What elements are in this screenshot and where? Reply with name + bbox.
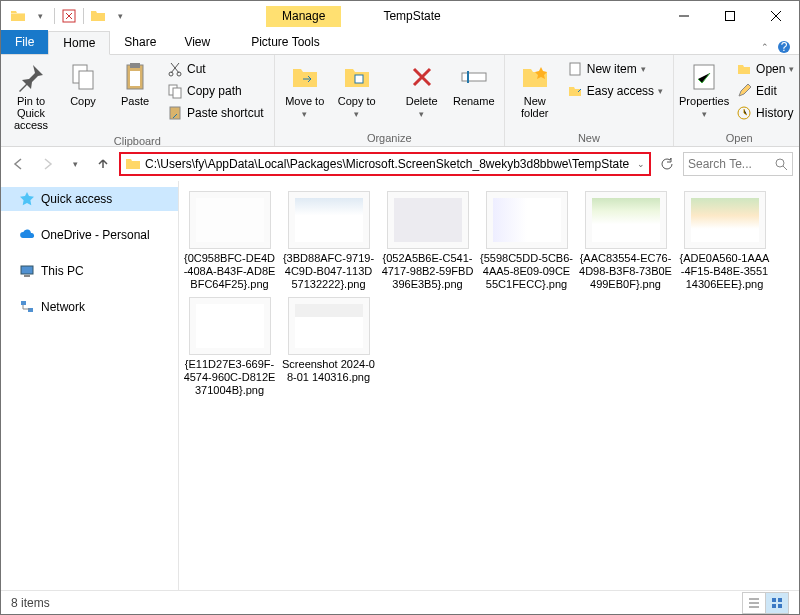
file-thumbnail: [486, 191, 568, 249]
help-icon[interactable]: ?: [777, 40, 791, 54]
open-label: Open: [756, 62, 785, 76]
share-tab[interactable]: Share: [110, 30, 170, 54]
sidebar-item-network[interactable]: Network: [1, 295, 178, 319]
file-name: {0C958BFC-DE4D-408A-B43F-AD8EBFC64F25}.p…: [183, 252, 276, 291]
file-item[interactable]: {3BD88AFC-9719-4C9D-B047-113D57132222}.p…: [282, 191, 375, 291]
svg-rect-7: [130, 63, 140, 68]
ribbon-group-organize: Move to▾ Copy to▾ Delete▾ Rename Organiz…: [275, 55, 505, 146]
sidebar-item-onedrive[interactable]: OneDrive - Personal: [1, 223, 178, 247]
group-label-new: New: [511, 130, 667, 144]
copy-to-label: Copy to: [338, 95, 376, 107]
properties-qat-icon[interactable]: [58, 5, 80, 27]
file-item[interactable]: {ADE0A560-1AAA-4F15-B48E-355114306EEE}.p…: [678, 191, 771, 291]
address-bar[interactable]: C:\Users\fy\AppData\Local\Packages\Micro…: [119, 152, 651, 176]
network-icon: [19, 299, 35, 315]
file-item[interactable]: {0C958BFC-DE4D-408A-B43F-AD8EBFC64F25}.p…: [183, 191, 276, 291]
cloud-icon: [19, 227, 35, 243]
star-icon: [19, 191, 35, 207]
close-button[interactable]: [753, 1, 799, 31]
details-view-button[interactable]: [742, 592, 766, 614]
file-item[interactable]: {5598C5DD-5CB6-4AA5-8E09-09CE55C1FECC}.p…: [480, 191, 573, 291]
svg-rect-36: [772, 598, 776, 602]
window-controls: [661, 1, 799, 31]
ribbon-group-new: New folder New item▾ Easy access▾ New: [505, 55, 674, 146]
svg-rect-14: [355, 75, 363, 83]
maximize-button[interactable]: [707, 1, 753, 31]
recent-locations-button[interactable]: ▾: [63, 152, 87, 176]
ribbon-right: ⌃ ?: [761, 40, 799, 54]
qat-customize-icon[interactable]: ▾: [109, 5, 131, 27]
paste-button[interactable]: Paste: [111, 59, 159, 109]
forward-button[interactable]: [35, 152, 59, 176]
rename-button[interactable]: Rename: [450, 59, 498, 109]
file-thumbnail: [387, 191, 469, 249]
item-count: 8 items: [11, 596, 50, 610]
file-list-area[interactable]: {0C958BFC-DE4D-408A-B43F-AD8EBFC64F25}.p…: [179, 181, 799, 590]
collapse-ribbon-icon[interactable]: ⌃: [761, 42, 769, 52]
navigation-bar: ▾ C:\Users\fy\AppData\Local\Packages\Mic…: [1, 147, 799, 181]
thumbnails-view-button[interactable]: [765, 592, 789, 614]
search-box[interactable]: Search Te...: [683, 152, 793, 176]
pin-label: Pin to Quick access: [11, 95, 51, 131]
copy-to-button[interactable]: Copy to▾: [333, 59, 381, 121]
file-thumbnail: [288, 191, 370, 249]
this-pc-label: This PC: [41, 264, 84, 278]
copy-path-button[interactable]: Copy path: [163, 81, 268, 101]
new-item-button[interactable]: New item▾: [563, 59, 667, 79]
qat-dropdown-icon[interactable]: ▾: [29, 5, 51, 27]
file-name: Screenshot 2024-08-01 140316.png: [282, 358, 375, 384]
cut-label: Cut: [187, 62, 206, 76]
copy-button[interactable]: Copy: [59, 59, 107, 109]
move-to-label: Move to: [285, 95, 324, 107]
address-text: C:\Users\fy\AppData\Local\Packages\Micro…: [145, 157, 633, 171]
svg-rect-1: [726, 12, 735, 21]
paste-shortcut-button[interactable]: Paste shortcut: [163, 103, 268, 123]
quick-access-toolbar: ▾ ▾: [1, 5, 131, 27]
group-label-clipboard: Clipboard: [7, 133, 268, 147]
pin-quick-access-button[interactable]: Pin to Quick access: [7, 59, 55, 133]
history-label: History: [756, 106, 793, 120]
file-grid: {0C958BFC-DE4D-408A-B43F-AD8EBFC64F25}.p…: [183, 191, 795, 397]
home-tab[interactable]: Home: [48, 31, 110, 55]
file-thumbnail: [189, 191, 271, 249]
navigation-pane: Quick access OneDrive - Personal This PC…: [1, 181, 179, 590]
back-button[interactable]: [7, 152, 31, 176]
file-name: {5598C5DD-5CB6-4AA5-8E09-09CE55C1FECC}.p…: [480, 252, 573, 291]
svg-rect-38: [772, 604, 776, 608]
sidebar-item-this-pc[interactable]: This PC: [1, 259, 178, 283]
file-item[interactable]: {052A5B6E-C541-4717-98B2-59FBD396E3B5}.p…: [381, 191, 474, 291]
file-tab[interactable]: File: [1, 30, 48, 54]
file-item[interactable]: {AAC83554-EC76-4D98-B3F8-73B0E499EB0F}.p…: [579, 191, 672, 291]
delete-button[interactable]: Delete▾: [398, 59, 446, 121]
easy-access-label: Easy access: [587, 84, 654, 98]
file-item[interactable]: Screenshot 2024-08-01 140316.png: [282, 297, 375, 397]
address-dropdown-icon[interactable]: ⌄: [637, 159, 645, 169]
quick-access-label: Quick access: [41, 192, 112, 206]
sidebar-item-quick-access[interactable]: Quick access: [1, 187, 178, 211]
picture-tools-tab[interactable]: Picture Tools: [238, 30, 332, 54]
svg-rect-12: [173, 88, 181, 98]
properties-button[interactable]: Properties▾: [680, 59, 728, 121]
file-item[interactable]: {E11D27E3-669F-4574-960C-D812E371004B}.p…: [183, 297, 276, 397]
move-to-button[interactable]: Move to▾: [281, 59, 329, 121]
svg-rect-32: [21, 266, 33, 274]
new-folder-qat-icon[interactable]: [87, 5, 109, 27]
ribbon-group-clipboard: Pin to Quick access Copy Paste Cut Copy …: [1, 55, 275, 146]
file-name: {AAC83554-EC76-4D98-B3F8-73B0E499EB0F}.p…: [579, 252, 672, 291]
view-tab[interactable]: View: [170, 30, 224, 54]
refresh-button[interactable]: [655, 152, 679, 176]
folder-icon[interactable]: [7, 5, 29, 27]
up-button[interactable]: [91, 152, 115, 176]
history-button[interactable]: History: [732, 103, 798, 123]
edit-button[interactable]: Edit: [732, 81, 798, 101]
svg-text:?: ?: [781, 40, 788, 54]
svg-rect-34: [21, 301, 26, 305]
easy-access-button[interactable]: Easy access▾: [563, 81, 667, 101]
file-name: {ADE0A560-1AAA-4F15-B48E-355114306EEE}.p…: [678, 252, 771, 291]
onedrive-label: OneDrive - Personal: [41, 228, 150, 242]
copy-path-label: Copy path: [187, 84, 242, 98]
cut-button[interactable]: Cut: [163, 59, 268, 79]
minimize-button[interactable]: [661, 1, 707, 31]
open-button[interactable]: Open▾: [732, 59, 798, 79]
new-folder-button[interactable]: New folder: [511, 59, 559, 121]
